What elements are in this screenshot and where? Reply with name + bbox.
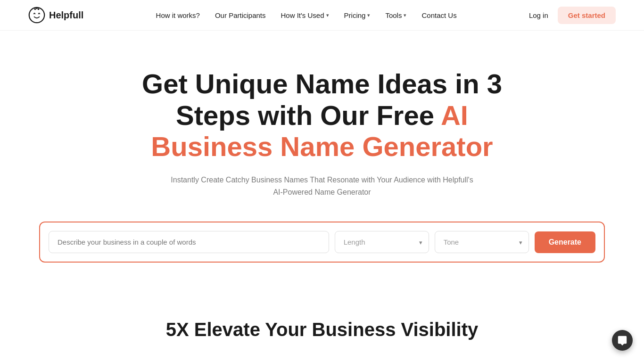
tone-select-wrapper: Tone Formal Casual Playful Professional … bbox=[435, 231, 529, 253]
nav-item-tools[interactable]: Tools ▾ bbox=[385, 11, 406, 19]
chevron-down-icon: ▾ bbox=[367, 12, 370, 18]
helpfull-logo-icon bbox=[28, 7, 45, 24]
length-select[interactable]: Length Short Medium Long bbox=[335, 231, 429, 253]
chevron-down-icon: ▾ bbox=[326, 12, 329, 18]
svg-point-1 bbox=[34, 8, 36, 10]
business-description-input[interactable] bbox=[49, 231, 329, 253]
nav-item-how-it-works[interactable]: How it works? bbox=[156, 11, 200, 19]
generator-inner: Length Short Medium Long ▾ Tone Formal C… bbox=[49, 231, 595, 253]
nav-item-how-its-used[interactable]: How It's Used ▾ bbox=[281, 11, 329, 19]
hero-section: Get Unique Name Ideas in 3 Steps with Ou… bbox=[0, 31, 644, 291]
svg-point-2 bbox=[36, 8, 38, 9]
bottom-title: 5X Elevate Your Business Visibility bbox=[28, 319, 616, 340]
generate-button[interactable]: Generate bbox=[535, 231, 595, 253]
nav-item-our-participants[interactable]: Our Participants bbox=[215, 11, 266, 19]
svg-point-3 bbox=[38, 8, 40, 10]
chat-widget-button[interactable] bbox=[612, 330, 633, 351]
navbar: Helpfull How it works? Our Participants … bbox=[0, 0, 644, 31]
chat-icon bbox=[617, 335, 627, 346]
nav-item-contact-us[interactable]: Contact Us bbox=[421, 11, 456, 19]
get-started-button[interactable]: Get started bbox=[558, 7, 616, 24]
length-select-wrapper: Length Short Medium Long ▾ bbox=[335, 231, 429, 253]
chevron-down-icon: ▾ bbox=[404, 12, 406, 18]
brand-logo[interactable]: Helpfull bbox=[28, 7, 83, 24]
hero-title: Get Unique Name Ideas in 3 Steps with Ou… bbox=[142, 68, 502, 163]
brand-name: Helpfull bbox=[49, 10, 83, 21]
hero-subtitle: Instantly Create Catchy Business Names T… bbox=[166, 174, 478, 198]
generator-widget: Length Short Medium Long ▾ Tone Formal C… bbox=[39, 222, 605, 263]
nav-item-pricing[interactable]: Pricing ▾ bbox=[344, 11, 371, 19]
bottom-section: 5X Elevate Your Business Visibility bbox=[0, 291, 644, 354]
tone-select[interactable]: Tone Formal Casual Playful Professional bbox=[435, 231, 529, 253]
nav-links: How it works? Our Participants How It's … bbox=[156, 11, 457, 19]
nav-actions: Log in Get started bbox=[529, 7, 616, 24]
login-button[interactable]: Log in bbox=[529, 11, 548, 19]
svg-point-0 bbox=[29, 8, 44, 23]
